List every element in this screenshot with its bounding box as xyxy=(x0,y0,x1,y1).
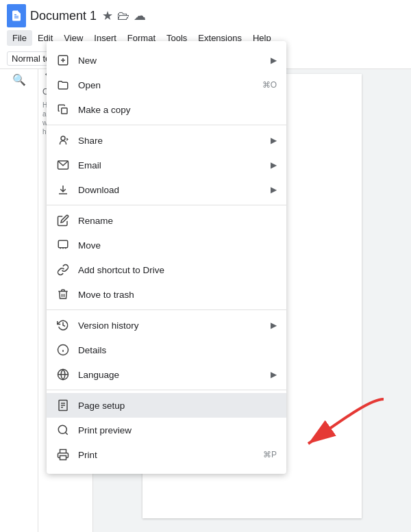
svg-rect-6 xyxy=(62,108,67,114)
search-icon: 🔍 xyxy=(12,73,26,86)
menu-item-move[interactable]: Move xyxy=(47,233,286,257)
rename-icon xyxy=(56,214,70,227)
menu-item-print[interactable]: Print ⌘P xyxy=(47,442,286,467)
share-arrow: ▶ xyxy=(271,136,277,145)
copy-icon xyxy=(56,103,70,116)
details-label: Details xyxy=(78,345,277,355)
make-copy-label: Make a copy xyxy=(78,105,277,115)
rename-label: Rename xyxy=(78,216,277,226)
email-icon xyxy=(56,158,70,172)
title-action-icons: ★ 🗁 ☁ xyxy=(102,8,146,23)
language-icon xyxy=(56,368,70,381)
email-arrow: ▶ xyxy=(271,160,277,170)
shortcut-icon xyxy=(56,263,70,277)
move-icon xyxy=(56,238,70,252)
menu-item-details[interactable]: Details xyxy=(47,338,286,362)
title-row: Document 1 ★ 🗁 ☁ xyxy=(7,4,404,29)
open-label: Open xyxy=(78,80,254,90)
menu-item-language[interactable]: Language ▶ xyxy=(47,362,286,387)
cloud-icon[interactable]: ☁ xyxy=(134,8,146,23)
print-label: Print xyxy=(78,450,255,460)
menu-section-4: Version history ▶ Details Langua xyxy=(47,310,286,390)
move-trash-label: Move to trash xyxy=(78,290,277,300)
share-icon xyxy=(56,134,70,147)
print-shortcut: ⌘P xyxy=(263,450,277,459)
menu-item-email[interactable]: Email ▶ xyxy=(47,153,286,177)
add-shortcut-label: Add shortcut to Drive xyxy=(78,265,277,275)
details-icon xyxy=(56,343,70,357)
menu-item-new[interactable]: New ▶ xyxy=(47,48,286,73)
language-label: Language xyxy=(78,370,262,380)
svg-line-21 xyxy=(65,432,67,434)
page-setup-icon xyxy=(56,398,70,412)
file-dropdown-menu: New ▶ Open ⌘O Make a copy xyxy=(47,41,286,474)
menu-item-make-copy[interactable]: Make a copy xyxy=(47,97,286,122)
print-icon xyxy=(56,448,70,461)
print-preview-icon xyxy=(56,423,70,437)
page-setup-label: Page setup xyxy=(78,401,277,411)
move-label: Move xyxy=(78,240,277,251)
document-title[interactable]: Document 1 xyxy=(30,9,97,23)
download-arrow: ▶ xyxy=(271,185,277,194)
new-icon xyxy=(56,53,70,67)
svg-point-7 xyxy=(61,136,65,140)
new-label: New xyxy=(78,55,262,66)
menu-item-rename[interactable]: Rename xyxy=(47,208,286,233)
menu-item-download[interactable]: Download ▶ xyxy=(47,177,286,202)
share-label: Share xyxy=(78,136,262,146)
menu-item-print-preview[interactable]: Print preview xyxy=(47,418,286,442)
menu-item-version-history[interactable]: Version history ▶ xyxy=(47,313,286,338)
sidebar-search-button[interactable]: 🔍 xyxy=(7,67,32,92)
open-shortcut: ⌘O xyxy=(262,80,277,90)
menu-item-page-setup[interactable]: Page setup xyxy=(47,393,286,418)
svg-rect-22 xyxy=(60,456,66,460)
menu-section-5: Page setup Print preview Print ⌘P xyxy=(47,390,286,470)
menu-item-share[interactable]: Share ▶ xyxy=(47,128,286,153)
folder-icon[interactable]: 🗁 xyxy=(117,9,129,23)
new-arrow: ▶ xyxy=(271,55,277,65)
menu-section-1: New ▶ Open ⌘O Make a copy xyxy=(47,45,286,125)
menu-item-move-trash[interactable]: Move to trash xyxy=(47,282,286,307)
version-history-icon xyxy=(56,318,70,332)
svg-point-20 xyxy=(58,425,66,433)
menu-item-add-shortcut[interactable]: Add shortcut to Drive xyxy=(47,257,286,282)
version-history-arrow: ▶ xyxy=(271,320,277,330)
download-label: Download xyxy=(78,185,262,195)
sidebar: 🔍 xyxy=(0,60,38,532)
version-history-label: Version history xyxy=(78,320,262,331)
email-label: Email xyxy=(78,160,262,170)
download-icon xyxy=(56,183,70,197)
star-icon[interactable]: ★ xyxy=(102,8,113,23)
print-preview-label: Print preview xyxy=(78,425,277,435)
menu-item-open[interactable]: Open ⌘O xyxy=(47,73,286,97)
language-arrow: ▶ xyxy=(271,370,277,379)
docs-app-icon xyxy=(7,4,26,27)
svg-rect-10 xyxy=(58,240,68,248)
trash-icon xyxy=(56,288,70,301)
open-icon xyxy=(56,78,70,92)
menu-section-2: Share ▶ Email ▶ Download ▶ xyxy=(47,125,286,205)
menu-section-3: Rename Move Add shortcut to Drive xyxy=(47,205,286,310)
menu-file[interactable]: File xyxy=(7,30,32,46)
